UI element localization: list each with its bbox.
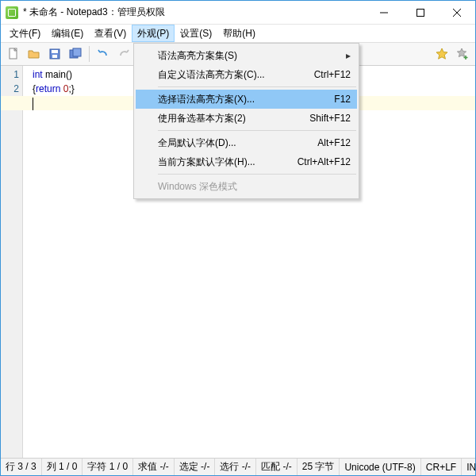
undo-button[interactable] <box>94 44 113 63</box>
svg-rect-4 <box>52 55 57 58</box>
menu-item-label: 语法高亮方案集(S) <box>158 49 237 63</box>
menu-item[interactable]: 使用备选基本方案(2)Shift+F12 <box>136 109 357 128</box>
save-button[interactable] <box>45 44 64 63</box>
window-title: * 未命名 - Notepad3：管理员权限 <box>23 6 165 19</box>
app-icon <box>6 6 18 19</box>
save-icon <box>48 48 61 60</box>
menu-settings[interactable]: 设置(S) <box>175 25 217 42</box>
title-bar: * 未命名 - Notepad3：管理员权限 <box>1 1 475 25</box>
save-copy-button[interactable] <box>66 44 85 63</box>
undo-icon <box>97 48 109 60</box>
menu-item-label: Windows 深色模式 <box>158 180 237 194</box>
menu-appearance[interactable]: 外观(P) <box>132 25 175 42</box>
menu-item[interactable]: 当前方案默认字体(H)...Ctrl+Alt+F12 <box>136 152 357 171</box>
status-cell[interactable]: 字符 1 / 0 <box>83 459 133 475</box>
menu-separator <box>158 130 356 131</box>
status-cell[interactable]: 25 字节 <box>298 459 340 475</box>
status-bar: 行 3 / 3列 1 / 0字符 1 / 0求值 -/-选定 -/-选行 -/-… <box>1 458 475 475</box>
toolbar-separator <box>89 46 90 62</box>
redo-button[interactable] <box>114 44 133 63</box>
menu-item[interactable]: 全局默认字体(D)...Alt+F12 <box>136 133 357 152</box>
line-number: 1 <box>1 67 19 82</box>
menu-edit[interactable]: 编辑(E) <box>46 25 89 42</box>
menu-item-shortcut: Alt+F12 <box>317 137 351 148</box>
status-cell[interactable]: 列 1 / 0 <box>42 459 83 475</box>
status-cell[interactable]: 选行 -/- <box>215 459 256 475</box>
svg-rect-6 <box>73 48 81 56</box>
status-cell[interactable]: Unicode (UTF-8) <box>340 459 420 475</box>
menu-item-label: 当前方案默认字体(H)... <box>158 155 255 169</box>
status-cell[interactable]: 匹配 -/- <box>256 459 298 475</box>
open-folder-icon <box>28 48 40 60</box>
save-copy-icon <box>69 48 82 60</box>
menu-item-label: 全局默认字体(D)... <box>158 136 236 150</box>
text-caret <box>33 98 33 110</box>
open-button[interactable] <box>25 44 44 63</box>
favorite-button[interactable] <box>432 44 451 63</box>
submenu-arrow-icon: ▸ <box>346 50 351 61</box>
menu-view[interactable]: 查看(V) <box>89 25 132 42</box>
app-window: * 未命名 - Notepad3：管理员权限 文件(F) 编辑(E) 查看(V)… <box>0 0 476 476</box>
menu-item-shortcut: Ctrl+Alt+F12 <box>298 156 351 167</box>
menu-item-shortcut: Ctrl+F12 <box>314 69 351 80</box>
menu-item-shortcut: F12 <box>334 94 351 105</box>
new-file-icon <box>7 48 20 60</box>
minimize-button[interactable] <box>366 1 402 25</box>
line-number: 2 <box>1 82 19 96</box>
status-cell[interactable]: 选定 -/- <box>175 459 216 475</box>
status-cell[interactable]: CR+LF <box>421 459 462 475</box>
close-icon <box>453 9 461 17</box>
menu-item[interactable]: 语法高亮方案集(S)▸ <box>136 46 357 65</box>
redo-icon <box>117 48 130 60</box>
close-button[interactable] <box>439 1 475 25</box>
menu-item-label: 使用备选基本方案(2) <box>158 112 246 125</box>
menu-file[interactable]: 文件(F) <box>4 25 46 42</box>
menu-item: Windows 深色模式 <box>136 177 357 196</box>
menu-item[interactable]: 自定义语法高亮方案(C)...Ctrl+F12 <box>136 65 357 84</box>
svg-rect-3 <box>52 50 58 53</box>
maximize-icon <box>416 9 424 17</box>
minimize-icon <box>380 9 388 17</box>
status-cell[interactable]: 求值 -/- <box>133 459 175 475</box>
menu-bar: 文件(F) 编辑(E) 查看(V) 外观(P) 设置(S) 帮助(H) <box>1 25 475 42</box>
menu-item-shortcut: Shift+F12 <box>309 113 351 124</box>
star-icon <box>436 48 448 60</box>
menu-help[interactable]: 帮助(H) <box>217 25 261 42</box>
svg-rect-0 <box>417 9 424 16</box>
appearance-dropdown: 语法高亮方案集(S)▸自定义语法高亮方案(C)...Ctrl+F12选择语法高亮… <box>133 43 359 199</box>
status-cell[interactable]: INS <box>462 459 475 475</box>
line-gutter: 123 <box>1 66 23 458</box>
maximize-button[interactable] <box>402 1 439 25</box>
menu-item-label: 选择语法高亮方案(X)... <box>158 93 255 106</box>
menu-separator <box>158 174 356 175</box>
menu-separator <box>158 86 356 87</box>
add-favorite-button[interactable] <box>453 44 472 63</box>
star-plus-icon <box>456 48 469 60</box>
menu-item-label: 自定义语法高亮方案(C)... <box>158 68 265 82</box>
menu-item[interactable]: 选择语法高亮方案(X)...F12 <box>136 90 357 109</box>
new-button[interactable] <box>4 44 23 63</box>
status-cell[interactable]: 行 3 / 3 <box>1 459 42 475</box>
